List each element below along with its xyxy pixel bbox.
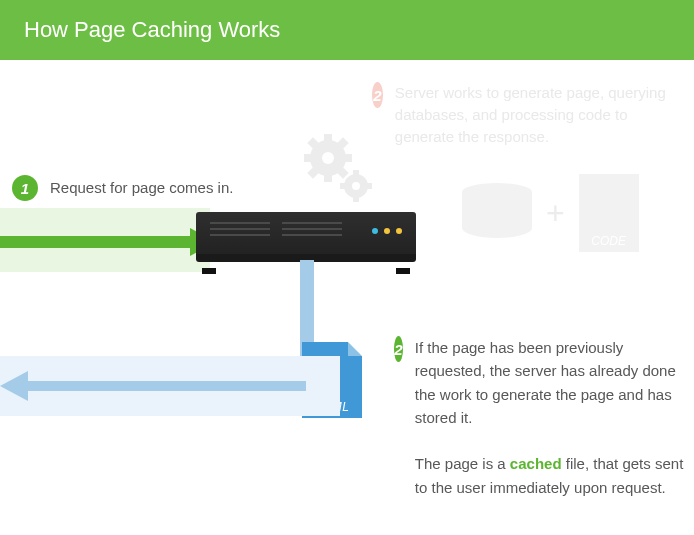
step-2-text: If the page has been previously requeste…: [415, 336, 684, 499]
badge-1: 1: [12, 175, 38, 201]
page-title: How Page Caching Works: [24, 17, 280, 43]
cached-word: cached: [510, 455, 562, 472]
arrow-response-icon: [0, 371, 306, 401]
arrow-request-icon: [0, 228, 216, 256]
svg-rect-4: [304, 154, 314, 162]
svg-rect-16: [0, 236, 190, 248]
header-bar: How Page Caching Works: [0, 0, 694, 60]
database-icon: [462, 183, 532, 243]
svg-rect-14: [340, 183, 347, 189]
code-label: CODE: [591, 234, 626, 248]
svg-rect-5: [342, 154, 352, 162]
db-plus-code: + CODE: [462, 174, 639, 252]
step-2-faded: 2 Server works to generate page, queryin…: [372, 82, 672, 147]
svg-rect-3: [324, 172, 332, 182]
step-1: 1 Request for page comes in.: [12, 175, 233, 201]
badge-2-faded: 2: [372, 82, 383, 108]
step-2-text-a: If the page has been previously requeste…: [415, 336, 684, 429]
svg-point-11: [352, 182, 360, 190]
step-1-text: Request for page comes in.: [50, 176, 233, 199]
badge-2: 2: [394, 336, 403, 362]
svg-rect-18: [28, 381, 306, 391]
step-2-text-b: The page is a cached file, that gets sen…: [415, 452, 684, 499]
svg-rect-15: [365, 183, 372, 189]
plus-icon: +: [546, 195, 565, 232]
svg-point-1: [322, 152, 334, 164]
svg-rect-13: [353, 195, 359, 202]
svg-rect-2: [324, 134, 332, 144]
gears-icon: [300, 130, 380, 214]
diagram-canvas: 2 Server works to generate page, queryin…: [0, 60, 694, 535]
step-2: 2 If the page has been previously reques…: [394, 336, 684, 499]
code-block-icon: CODE: [579, 174, 639, 252]
step-2-faded-text: Server works to generate page, querying …: [395, 82, 672, 147]
svg-rect-12: [353, 170, 359, 177]
svg-marker-19: [0, 371, 28, 401]
